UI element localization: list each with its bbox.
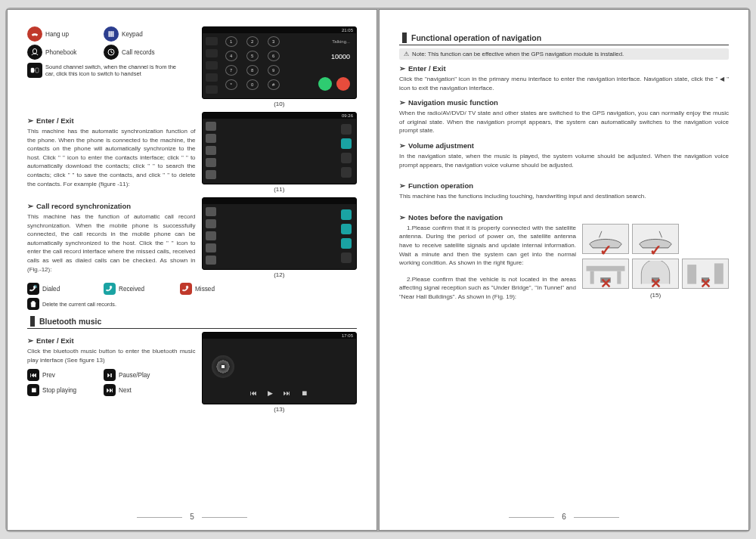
arrow-icon: ➢: [399, 98, 405, 107]
note2-text: 2.Please confirm that the vehicle is not…: [399, 275, 576, 302]
page-number-right: 6: [562, 513, 566, 521]
next-label: Next: [119, 387, 132, 394]
sound-channel-icon: [27, 63, 42, 78]
navmusic-text: When the radio/AV/DVD/ TV state and othe…: [399, 109, 729, 135]
note1-text: 1.Please confirm that it is properly con…: [399, 224, 576, 268]
arrow-icon: ➢: [399, 64, 405, 73]
hang-up-icon: [27, 26, 42, 42]
received-icon: [104, 283, 116, 295]
arrow-icon: ➢: [399, 181, 405, 190]
pause-play-icon: ⏯: [104, 369, 116, 381]
vol-text: In the navigation state, when the music …: [399, 152, 729, 169]
bad-buildings: ✕: [682, 259, 729, 289]
stop-label: Stop playing: [42, 387, 76, 394]
screenshot-call-records: [202, 197, 357, 270]
delete-calls-icon: [27, 298, 39, 310]
call-rec-heading: Call record synchronization: [36, 202, 131, 210]
svg-rect-18: [714, 263, 723, 283]
svg-point-4: [110, 33, 112, 35]
arrow-icon: ➢: [27, 202, 33, 210]
dialed-label: Dialed: [42, 286, 60, 293]
enter-exit-heading: Enter / Exit: [36, 116, 74, 125]
pauseplay-label: Pause/Play: [119, 372, 150, 379]
caption-12: (12): [202, 271, 357, 278]
phonebook-icon: [27, 45, 42, 60]
status-bar: 21:05: [203, 27, 356, 33]
screenshot-contacts: 09:26: [202, 112, 357, 184]
prev-icon: ⏮: [27, 369, 39, 381]
svg-rect-11: [36, 68, 39, 73]
end-call-button-icon: [336, 77, 350, 91]
disc-icon: [212, 355, 234, 378]
page-spread: Hang up Keypad Phonebook: [5, 8, 751, 532]
call-rec-text: This machine has the function of automat…: [27, 212, 196, 274]
svg-rect-10: [31, 68, 34, 73]
player-next-icon: ⏭: [284, 389, 290, 397]
svg-rect-17: [687, 265, 696, 284]
svg-rect-12: [587, 266, 625, 271]
screenshot-bt-music: 17:05 ⏮ ▶ ⏭ ⏹: [202, 332, 357, 404]
phonebook-label: Phonebook: [45, 49, 76, 56]
missed-icon: [180, 283, 192, 295]
answer-button-icon: [318, 77, 332, 91]
keypad-icon: [104, 26, 119, 42]
keypad-label: Keypad: [122, 31, 143, 38]
dialed-icon: [27, 283, 39, 295]
svg-point-6: [109, 36, 110, 37]
missed-label: Missed: [195, 286, 215, 293]
antenna-good-2: ✓: [632, 224, 679, 254]
delete-calls-label: Delete the current call records.: [42, 301, 116, 308]
arrow-icon: ➢: [27, 116, 33, 125]
caption-13: (13): [202, 406, 357, 413]
warning-icon: ⚠: [404, 51, 409, 57]
bad-tunnel: ✕: [632, 259, 679, 289]
navmusic-heading: Navigation music function: [408, 98, 498, 107]
arrow-icon: ➢: [399, 213, 405, 221]
received-label: Received: [119, 286, 144, 293]
prev-label: Prev: [42, 372, 55, 379]
call-icons-grid: Hang up Keypad Phonebook: [27, 26, 196, 78]
next-icon: ⏭: [104, 384, 116, 396]
nav-ee-text: Click the "navigation" icon in the prima…: [399, 75, 729, 92]
nav-ee-heading: Enter / Exit: [408, 64, 446, 73]
talking-status: Talking...: [296, 39, 350, 44]
vol-heading: Volume adjustment: [408, 141, 474, 150]
player-prev-icon: ⏮: [250, 389, 257, 397]
nav-main-title: Functional operation of navigation: [411, 33, 541, 42]
screenshot-dialer: 21:05 123 456 789 *0# Talking... 10000: [202, 26, 357, 99]
dialed-number: 10000: [296, 53, 350, 60]
sound-channel-label: Sound channel switch, when the channel i…: [45, 64, 186, 77]
hang-up-label: Hang up: [45, 31, 69, 38]
player-play-icon: ▶: [268, 389, 273, 397]
funcop-heading: Function operation: [408, 181, 473, 190]
page-right: Functional operation of navigation ⚠ Not…: [379, 9, 749, 531]
arrow-icon: ➢: [27, 336, 33, 345]
bt-enter-exit-heading: Enter / Exit: [36, 336, 74, 345]
arrow-icon: ➢: [399, 141, 405, 150]
svg-rect-14: [617, 271, 621, 283]
svg-point-0: [109, 32, 110, 33]
note-bar: ⚠ Note: This function can be effective w…: [399, 48, 729, 60]
call-records-label: Call records: [122, 49, 155, 56]
bad-bridge: ✕: [582, 259, 629, 289]
page-number-left: 5: [190, 513, 194, 521]
caption-15: (15): [582, 292, 729, 299]
caption-10: (10): [202, 101, 357, 107]
antenna-good-1: ✓: [582, 224, 629, 254]
svg-point-7: [110, 36, 112, 37]
svg-point-8: [113, 36, 114, 37]
stop-icon: ⏹: [27, 384, 39, 396]
caption-11: (11): [202, 186, 357, 193]
bt-music-title: Bluetooth music: [39, 317, 101, 326]
note-text: Note: This function can be effective whe…: [412, 51, 624, 57]
svg-point-5: [113, 33, 114, 35]
svg-rect-13: [590, 271, 594, 283]
bt-music-text: Click the bluetooth music button to ente…: [27, 347, 196, 364]
funcop-text: This machine has the functions including…: [399, 192, 729, 201]
svg-point-2: [113, 32, 114, 33]
page-left: Hang up Keypad Phonebook: [7, 9, 377, 531]
enter-exit-text: This machine has the automatic synchroni…: [27, 127, 196, 188]
notes-heading: Notes before the navigation: [408, 213, 503, 221]
svg-point-1: [110, 32, 112, 33]
call-records-icon: [104, 45, 119, 60]
